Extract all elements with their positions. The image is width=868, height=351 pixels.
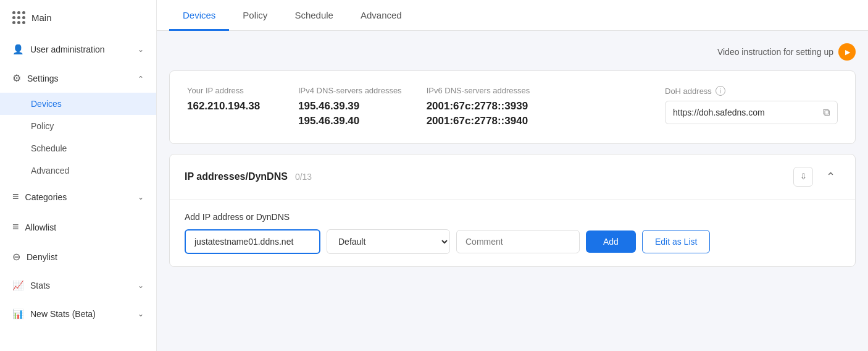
sidebar-main-label: Main [31,12,52,23]
sidebar-settings-label: Settings [27,74,59,83]
sidebar-item-new-stats[interactable]: New Stats (Beta) ⌄ [0,300,156,328]
tab-advanced[interactable]: Advanced [347,0,415,31]
doh-label: DoH address i [665,86,838,96]
chevron-down-icon: ⌄ [138,281,144,290]
add-inputs: Default Custom 1 Custom 2 Add Edit as Li… [185,229,840,254]
sidebar-stats-label: Stats [30,281,50,290]
sidebar-item-user-administration[interactable]: User administration ⌄ [0,35,156,64]
sidebar-user-admin-label: User administration [30,44,105,54]
sidebar-item-denylist[interactable]: Denylist [0,242,156,271]
gear-icon [12,72,21,84]
edit-as-list-button[interactable]: Edit as List [642,230,710,253]
ipv4-dns-label: IPv4 DNS-servers addresses [298,86,402,95]
add-form-label: Add IP address or DynDNS [185,212,840,222]
sidebar-sub-advanced[interactable]: Advanced [0,159,156,182]
content-area: Video instruction for setting up Your IP… [157,31,868,351]
add-form-area: Add IP address or DynDNS Default Custom … [170,200,855,266]
video-instruction: Video instruction for setting up [169,43,856,61]
ipv6-dns-value2: 2001:67c:2778::3940 [427,114,530,129]
allowlist-icon [12,221,19,234]
ipv4-dns-section: IPv4 DNS-servers addresses 195.46.39.39 … [298,86,402,129]
download-button[interactable]: ⇩ [793,167,813,187]
doh-address-value: https://doh.safedns.com [666,101,816,124]
chevron-down-icon: ⌄ [138,310,144,318]
sidebar-sub-schedule[interactable]: Schedule [0,137,156,159]
sidebar-sub-devices[interactable]: Devices [0,93,156,115]
denylist-icon [12,251,20,263]
sidebar-denylist-label: Denylist [27,252,57,262]
chevron-down-icon: ⌄ [138,45,144,54]
video-instruction-text: Video instruction for setting up [717,47,833,57]
ipv6-dns-section: IPv6 DNS-servers addresses 2001:67c:2778… [427,86,530,129]
main-content: Devices Policy Schedule Advanced Video i… [157,0,868,351]
sidebar-item-categories[interactable]: Categories ⌄ [0,182,156,212]
sidebar: Main User administration ⌄ Settings ⌄ De… [0,0,157,351]
info-icon[interactable]: i [716,86,725,96]
your-ip-label: Your IP address [187,86,273,95]
collapse-button[interactable]: ⌃ [820,167,840,187]
profile-select[interactable]: Default Custom 1 Custom 2 [327,229,450,254]
ip-addresses-section: IP addresses/DynDNS 0/13 ⇩ ⌃ Add IP addr… [169,154,856,267]
ipv4-dns-value2: 195.46.39.40 [298,114,402,129]
chevron-down-icon: ⌄ [138,193,144,201]
sidebar-item-stats[interactable]: Stats ⌄ [0,271,156,300]
sidebar-categories-label: Categories [25,192,67,202]
your-ip-value: 162.210.194.38 [187,99,273,114]
sidebar-main[interactable]: Main [0,0,156,35]
add-button[interactable]: Add [586,230,636,253]
doh-input-wrap: https://doh.safedns.com ⧉ [665,101,838,124]
add-ip-input[interactable] [185,229,320,254]
copy-button[interactable]: ⧉ [816,102,837,123]
ipv6-dns-value1: 2001:67c:2778::3939 [427,99,530,114]
comment-input[interactable] [456,230,580,253]
ip-count: 0/13 [295,172,312,182]
new-stats-icon [12,308,24,319]
doh-section: DoH address i https://doh.safedns.com ⧉ [665,86,838,124]
sidebar-item-allowlist[interactable]: Allowlist [0,212,156,242]
sidebar-allowlist-label: Allowlist [25,222,57,232]
ipv4-dns-value1: 195.46.39.39 [298,99,402,114]
user-icon [12,44,24,55]
tab-policy[interactable]: Policy [229,0,281,31]
ip-actions: ⇩ ⌃ [793,167,840,187]
sidebar-new-stats-label: New Stats (Beta) [30,309,96,319]
info-card: Your IP address 162.210.194.38 IPv4 DNS-… [169,70,856,144]
sidebar-item-settings[interactable]: Settings ⌄ [0,64,156,93]
tab-devices[interactable]: Devices [169,0,229,31]
ip-section: Your IP address 162.210.194.38 [187,86,273,114]
ipv6-dns-label: IPv6 DNS-servers addresses [427,86,530,95]
ip-section-header: IP addresses/DynDNS 0/13 ⇩ ⌃ [170,154,855,200]
chevron-up-icon: ⌄ [138,74,144,83]
tab-schedule[interactable]: Schedule [281,0,347,31]
grid-icon [12,11,25,24]
play-button[interactable] [838,43,856,61]
categories-icon [12,190,19,203]
ip-section-title: IP addresses/DynDNS [185,171,288,182]
sidebar-sub-policy[interactable]: Policy [0,115,156,137]
tabs-bar: Devices Policy Schedule Advanced [157,0,868,31]
stats-icon [12,280,24,291]
